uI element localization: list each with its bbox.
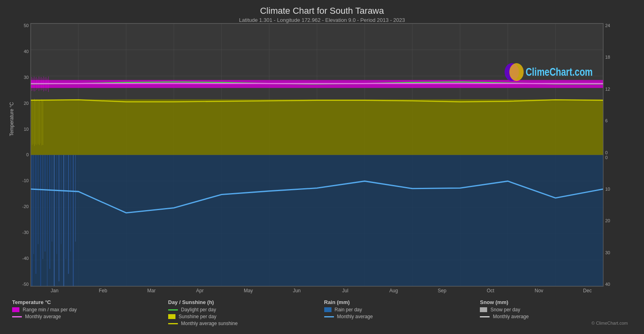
legend-snow-avg: Monthly average — [480, 314, 632, 319]
svg-rect-51 — [36, 101, 36, 145]
legend-snow-per-day: Snow per day — [480, 307, 632, 313]
y-tick-20: 20 — [24, 101, 29, 106]
svg-rect-38 — [59, 155, 59, 281]
rain-swatch — [324, 307, 332, 312]
y-tick-10: 10 — [24, 127, 29, 132]
y-tick-n20: -20 — [22, 204, 29, 209]
svg-rect-42 — [68, 155, 69, 274]
legend-sunshine-title: Day / Sunshine (h) — [168, 299, 320, 305]
left-axis: Temperature °C 50 40 30 20 10 0 -10 -20 … — [8, 23, 30, 287]
chart-plot-area: /* generated below */ — [30, 23, 604, 287]
svg-rect-45 — [75, 155, 76, 242]
x-tick-nov: Nov — [515, 288, 563, 294]
y-tick-30: 30 — [24, 75, 29, 80]
x-tick-may: May — [224, 288, 272, 294]
y-tick-n50: -50 — [22, 282, 29, 287]
legend-sunshine-avg-label: Monthly average sunshine — [181, 321, 238, 326]
y-tick-right-0bot: 0 — [605, 155, 610, 160]
x-tick-apr: Apr — [175, 288, 224, 294]
sunshine-avg-line — [168, 323, 178, 324]
y-tick-right-10: 10 — [605, 187, 610, 191]
x-tick-oct: Oct — [466, 288, 515, 294]
y-tick-50: 50 — [24, 23, 29, 28]
legend-temp-range: Range min / max per day — [12, 307, 164, 313]
y-tick-right-40: 40 — [605, 282, 610, 287]
x-tick-aug: Aug — [370, 288, 418, 294]
legend-snow-avg-label: Monthly average — [493, 314, 529, 319]
x-tick-mar: Mar — [127, 288, 176, 294]
legend-area: Temperature °C Range min / max per day M… — [8, 297, 636, 330]
y-tick-right-12: 12 — [605, 87, 610, 91]
svg-rect-31 — [43, 155, 43, 259]
svg-point-76 — [509, 63, 524, 81]
left-axis-title: Temperature °C — [9, 102, 15, 136]
x-tick-jan: Jan — [30, 288, 79, 294]
svg-rect-33 — [47, 155, 47, 287]
svg-rect-30 — [40, 155, 41, 287]
legend-temp-title: Temperature °C — [12, 299, 164, 305]
sunshine-swatch — [168, 314, 175, 319]
x-tick-feb: Feb — [79, 288, 127, 294]
svg-rect-27 — [34, 155, 34, 254]
legend-daylight: Daylight per day — [168, 307, 320, 313]
main-container: Climate Chart for South Tarawa Latitude … — [0, 0, 644, 334]
legend-snow-label: Snow per day — [490, 307, 520, 313]
legend-rain-per-day: Rain per day — [324, 307, 476, 313]
chart-title: Climate Chart for South Tarawa — [8, 6, 636, 16]
svg-rect-37 — [57, 155, 57, 254]
x-tick-jul: Jul — [321, 288, 370, 294]
temp-range-swatch — [12, 307, 19, 312]
y-tick-right-6: 6 — [605, 118, 610, 123]
y-tick-0: 0 — [26, 152, 29, 157]
y-tick-n40: -40 — [22, 256, 29, 261]
copyright: © ClimeChart.com — [480, 321, 632, 325]
legend-temperature: Temperature °C Range min / max per day M… — [12, 299, 164, 328]
legend-rain-title: Rain (mm) — [324, 299, 476, 305]
legend-rain-avg: Monthly average — [324, 314, 476, 319]
svg-rect-40 — [63, 155, 64, 287]
chart-subtitle: Latitude 1.301 - Longitude 172.962 - Ele… — [8, 17, 636, 23]
x-axis: Jan Feb Mar Apr May Jun Jul Aug Sep Oct … — [30, 287, 612, 294]
svg-rect-26 — [32, 155, 32, 287]
svg-rect-25 — [31, 155, 603, 287]
legend-rain-label: Rain per day — [335, 307, 362, 313]
right-axis: 24 18 12 6 0 0 10 20 30 40 Day / Sunshin… — [604, 23, 636, 287]
chart-svg: /* generated below */ — [31, 23, 603, 286]
svg-rect-39 — [61, 155, 61, 244]
temp-avg-line — [12, 316, 22, 317]
y-tick-n10: -10 — [22, 178, 29, 183]
y-tick-right-20: 20 — [605, 218, 610, 223]
svg-rect-41 — [66, 155, 66, 259]
y-tick-right-24: 24 — [605, 23, 610, 28]
y-tick-right-30: 30 — [605, 250, 610, 255]
chart-row: Temperature °C 50 40 30 20 10 0 -10 -20 … — [8, 23, 636, 287]
svg-rect-54 — [39, 100, 40, 145]
svg-rect-57 — [43, 101, 43, 145]
chart-wrapper: Temperature °C 50 40 30 20 10 0 -10 -20 … — [8, 23, 636, 294]
legend-sunshine: Day / Sunshine (h) Daylight per day Suns… — [168, 299, 320, 328]
legend-daylight-label: Daylight per day — [181, 307, 216, 313]
svg-rect-52 — [37, 99, 37, 145]
svg-rect-49 — [33, 102, 34, 144]
svg-rect-44 — [73, 155, 74, 287]
legend-temp-range-label: Range min / max per day — [23, 307, 77, 313]
legend-sunshine-avg: Monthly average sunshine — [168, 321, 320, 326]
x-tick-dec: Dec — [563, 288, 612, 294]
snow-avg-line — [480, 316, 490, 317]
svg-rect-53 — [38, 101, 38, 144]
daylight-line — [168, 309, 178, 311]
legend-sunshine-label: Sunshine per day — [179, 314, 216, 319]
svg-rect-55 — [40, 102, 41, 143]
svg-rect-29 — [38, 155, 38, 244]
y-tick-right-18: 18 — [605, 55, 610, 60]
svg-rect-43 — [70, 155, 71, 252]
legend-temp-avg-label: Monthly average — [25, 314, 61, 319]
x-tick-jun: Jun — [272, 288, 321, 294]
watermark-top-right: ClimeChart.com — [526, 66, 593, 78]
svg-rect-47 — [31, 99, 603, 155]
svg-rect-48 — [32, 100, 32, 145]
y-tick-right-0top: 0 — [605, 150, 610, 155]
legend-temp-avg: Monthly average — [12, 314, 164, 319]
rain-avg-line — [324, 316, 334, 317]
y-tick-n30: -30 — [22, 230, 29, 235]
